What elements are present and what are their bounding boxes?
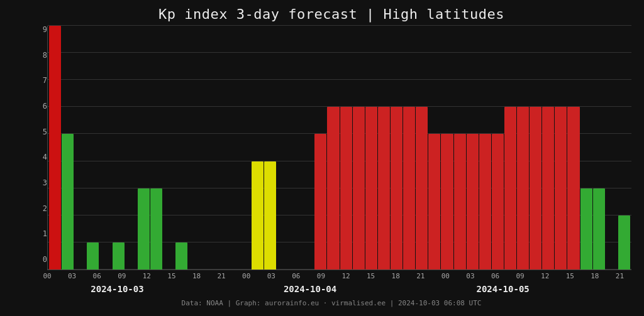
bar xyxy=(175,242,187,270)
bar xyxy=(467,134,479,270)
bar xyxy=(327,107,339,270)
x-hour-label: 06 xyxy=(93,272,101,280)
bar xyxy=(403,107,415,270)
x-hour-label: 03 xyxy=(466,272,474,280)
bar xyxy=(441,134,453,270)
bar xyxy=(365,107,377,270)
bar xyxy=(530,107,541,270)
x-hour-label: 03 xyxy=(267,272,275,280)
bar xyxy=(264,161,276,270)
bar xyxy=(567,107,579,270)
y-axis-label: 9 xyxy=(31,26,47,33)
bar xyxy=(378,107,390,270)
chart-main: 0003060912151821000306091215182100030609… xyxy=(47,26,631,298)
x-hour-label: 15 xyxy=(167,272,175,280)
bar xyxy=(49,26,61,270)
x-hour-label: 06 xyxy=(292,272,300,280)
bar xyxy=(138,188,150,270)
y-axis-label: 5 xyxy=(31,128,47,136)
bar xyxy=(504,107,516,270)
x-hour-label: 06 xyxy=(491,272,499,280)
chart-container: Kp index 3-day forecast | High latitudes… xyxy=(0,0,644,316)
bar xyxy=(416,107,428,270)
bar xyxy=(479,134,491,270)
chart-area: 9876543210 00030609121518210003060912151… xyxy=(31,26,631,298)
y-axis-label: 2 xyxy=(31,205,47,212)
bar xyxy=(391,107,402,270)
x-hour-label: 09 xyxy=(118,272,126,280)
bar xyxy=(314,134,326,270)
x-hour-label: 03 xyxy=(68,272,76,280)
y-axis-label: 7 xyxy=(31,77,47,84)
x-hour-label: 00 xyxy=(242,272,250,280)
x-hour-label: 12 xyxy=(143,272,151,280)
bar xyxy=(353,107,365,270)
date-label: 2024-10-05 xyxy=(476,284,529,294)
footer-text: Data: NOAA | Graph: aurorainfo.eu · virm… xyxy=(31,298,631,310)
bars-area xyxy=(47,26,631,270)
x-hour-label: 21 xyxy=(616,272,624,280)
x-labels-area: 0003060912151821000306091215182100030609… xyxy=(47,270,631,283)
bar xyxy=(252,161,264,270)
bar xyxy=(492,134,504,270)
y-axis-label: 1 xyxy=(31,230,47,237)
y-axis-label: 0 xyxy=(31,256,47,263)
bar xyxy=(340,107,352,270)
date-label: 2024-10-04 xyxy=(284,284,336,294)
bars-wrapper xyxy=(48,26,631,270)
x-hour-label: 00 xyxy=(441,272,450,280)
bar xyxy=(555,107,567,270)
x-hour-label: 18 xyxy=(192,272,201,280)
x-hour-label: 00 xyxy=(43,272,51,280)
date-label: 2024-10-03 xyxy=(91,284,143,294)
y-axis-label: 6 xyxy=(31,102,47,110)
y-axis-label: 3 xyxy=(31,179,47,187)
date-labels: 2024-10-032024-10-042024-10-05 xyxy=(47,284,631,298)
bar xyxy=(62,134,74,270)
x-hour-label: 18 xyxy=(392,272,400,280)
x-hour-label: 12 xyxy=(541,272,549,280)
chart-title: Kp index 3-day forecast | High latitudes xyxy=(31,6,631,22)
bar xyxy=(150,188,162,270)
x-hour-label: 15 xyxy=(367,272,375,280)
bar xyxy=(618,215,630,270)
y-axis-label: 4 xyxy=(31,153,47,161)
x-hour-label: 15 xyxy=(566,272,574,280)
bar xyxy=(87,242,99,270)
bar xyxy=(593,188,605,270)
bar xyxy=(517,107,529,270)
x-hour-label: 18 xyxy=(591,272,599,280)
bar xyxy=(113,242,125,270)
y-axis: 9876543210 xyxy=(31,26,47,298)
x-hour-label: 21 xyxy=(217,272,225,280)
bar xyxy=(428,134,440,270)
x-hour-label: 09 xyxy=(317,272,325,280)
x-hour-label: 09 xyxy=(516,272,524,280)
x-hour-label: 21 xyxy=(416,272,425,280)
x-hour-label: 12 xyxy=(341,272,350,280)
bar xyxy=(542,107,554,270)
bar xyxy=(454,134,466,270)
bar xyxy=(580,188,592,270)
y-axis-label: 8 xyxy=(31,52,47,59)
